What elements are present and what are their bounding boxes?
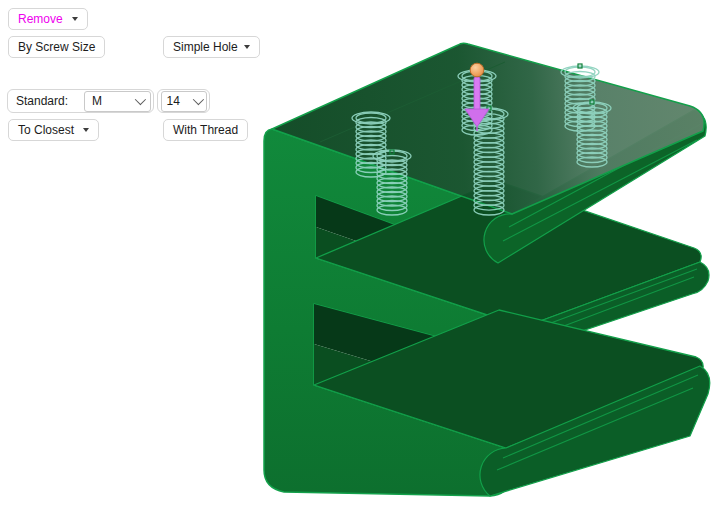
remove-label: Remove xyxy=(18,9,63,29)
direction-arrow-shaft[interactable] xyxy=(474,77,480,110)
by-screw-size-label: By Screw Size xyxy=(18,37,95,57)
by-screw-size-button[interactable]: By Screw Size xyxy=(8,36,105,58)
with-thread-button[interactable]: With Thread xyxy=(163,119,248,141)
size-select[interactable]: 14 xyxy=(161,91,207,112)
simple-hole-label: Simple Hole xyxy=(173,37,238,57)
to-closest-dropdown-button[interactable]: To Closest xyxy=(8,119,99,141)
remove-dropdown-button[interactable]: Remove xyxy=(8,8,88,30)
manipulator-handle-sphere[interactable] xyxy=(470,63,484,77)
triangle-down-icon xyxy=(244,45,250,49)
standard-label: Standard: xyxy=(8,94,78,108)
standard-group: Standard: M xyxy=(7,89,154,113)
triangle-down-icon xyxy=(83,128,89,132)
chevron-down-icon xyxy=(192,94,203,105)
simple-hole-dropdown-button[interactable]: Simple Hole xyxy=(163,36,260,58)
3d-viewport[interactable] xyxy=(0,0,718,507)
triangle-down-icon xyxy=(72,17,78,21)
chevron-down-icon xyxy=(135,94,146,105)
standard-value: M xyxy=(92,94,102,108)
standard-select[interactable]: M xyxy=(84,91,151,112)
with-thread-label: With Thread xyxy=(173,120,238,140)
size-group: 14 xyxy=(157,89,210,113)
size-value: 14 xyxy=(167,94,180,108)
to-closest-label: To Closest xyxy=(18,120,74,140)
app-canvas: Remove By Screw Size Simple Hole Standar… xyxy=(0,0,718,507)
